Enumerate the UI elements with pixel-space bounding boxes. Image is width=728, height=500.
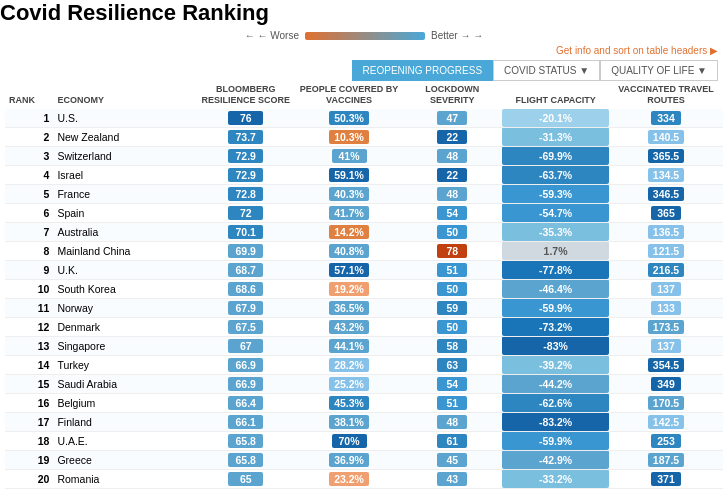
table-row: 19 Greece 65.8 36.9% 45 -42.9% 187.5 <box>5 450 723 469</box>
table-row: 17 Finland 66.1 38.1% 48 -83.2% 142.5 <box>5 412 723 431</box>
cell-vacc: 40.3% <box>296 184 403 203</box>
cell-rank: 11 <box>5 298 53 317</box>
cell-economy: U.S. <box>53 109 195 128</box>
cell-vacc: 23.2% <box>296 469 403 488</box>
cell-vac-routes: 134.5 <box>609 165 723 184</box>
cell-rank: 18 <box>5 431 53 450</box>
cell-lock: 47 <box>402 109 502 128</box>
cell-score: 70.1 <box>196 222 296 241</box>
cell-vacc: 43.2% <box>296 317 403 336</box>
cell-score: 69.9 <box>196 241 296 260</box>
tab-reopening-progress[interactable]: REOPENING PROGRESS <box>352 60 493 81</box>
cell-rank: 8 <box>5 241 53 260</box>
cell-vacc: 36.9% <box>296 450 403 469</box>
cell-vacc: 40.8% <box>296 241 403 260</box>
cell-score: 68.7 <box>196 260 296 279</box>
cell-lock: 63 <box>402 355 502 374</box>
cell-lock: 43 <box>402 469 502 488</box>
cell-rank: 4 <box>5 165 53 184</box>
cell-economy: Turkey <box>53 355 195 374</box>
cell-economy: Romania <box>53 469 195 488</box>
cell-vac-routes: 253 <box>609 431 723 450</box>
cell-score: 72.9 <box>196 165 296 184</box>
cell-rank: 13 <box>5 336 53 355</box>
cell-lock: 45 <box>402 450 502 469</box>
cell-economy: Denmark <box>53 317 195 336</box>
cell-vacc: 10.3% <box>296 127 403 146</box>
cell-score: 72 <box>196 203 296 222</box>
cell-vac-routes: 365.5 <box>609 146 723 165</box>
cell-vacc: 59.1% <box>296 165 403 184</box>
cell-score: 67 <box>196 336 296 355</box>
col-header-score[interactable]: BLOOMBERG RESILIENCE SCORE <box>196 81 296 109</box>
cell-rank: 15 <box>5 374 53 393</box>
cell-lock: 51 <box>402 393 502 412</box>
cell-lock: 58 <box>402 336 502 355</box>
top-note: Get info and sort on table headers ▶ <box>0 45 728 60</box>
legend-better: Better → <box>431 30 483 41</box>
cell-flight: -63.7% <box>502 165 609 184</box>
cell-rank: 7 <box>5 222 53 241</box>
table-row: 2 New Zealand 73.7 10.3% 22 -31.3% 140.5 <box>5 127 723 146</box>
col-header-vac-routes[interactable]: VACCINATED TRAVEL ROUTES <box>609 81 723 109</box>
cell-vacc: 70% <box>296 431 403 450</box>
cell-score: 72.8 <box>196 184 296 203</box>
cell-flight: -59.3% <box>502 184 609 203</box>
cell-rank: 16 <box>5 393 53 412</box>
cell-lock: 54 <box>402 203 502 222</box>
cell-vac-routes: 346.5 <box>609 184 723 203</box>
col-header-vacc[interactable]: PEOPLE COVERED BY VACCINES <box>296 81 403 109</box>
cell-lock: 22 <box>402 165 502 184</box>
col-header-economy[interactable]: ECONOMY <box>53 81 195 109</box>
cell-vacc: 14.2% <box>296 222 403 241</box>
cell-rank: 14 <box>5 355 53 374</box>
cell-vacc: 38.1% <box>296 412 403 431</box>
cell-score: 66.1 <box>196 412 296 431</box>
cell-rank: 1 <box>5 109 53 128</box>
tab-covid-status[interactable]: COVID STATUS ▼ <box>493 60 600 81</box>
cell-rank: 10 <box>5 279 53 298</box>
cell-lock: 59 <box>402 298 502 317</box>
cell-score: 67.9 <box>196 298 296 317</box>
resilience-table: RANK ECONOMY BLOOMBERG RESILIENCE SCORE … <box>5 81 723 489</box>
cell-lock: 50 <box>402 317 502 336</box>
table-row: 20 Romania 65 23.2% 43 -33.2% 371 <box>5 469 723 488</box>
tab-quality-of-life[interactable]: QUALITY OF LIFE ▼ <box>600 60 718 81</box>
cell-rank: 12 <box>5 317 53 336</box>
table-row: 18 U.A.E. 65.8 70% 61 -59.9% 253 <box>5 431 723 450</box>
cell-score: 72.9 <box>196 146 296 165</box>
cell-flight: -54.7% <box>502 203 609 222</box>
cell-economy: Mainland China <box>53 241 195 260</box>
cell-vac-routes: 137 <box>609 336 723 355</box>
cell-economy: Switzerland <box>53 146 195 165</box>
table-row: 7 Australia 70.1 14.2% 50 -35.3% 136.5 <box>5 222 723 241</box>
cell-rank: 2 <box>5 127 53 146</box>
cell-score: 65.8 <box>196 431 296 450</box>
legend-worse: ← Worse <box>245 30 299 41</box>
col-header-rank[interactable]: RANK <box>5 81 53 109</box>
cell-lock: 61 <box>402 431 502 450</box>
table-row: 3 Switzerland 72.9 41% 48 -69.9% 365.5 <box>5 146 723 165</box>
cell-flight: -35.3% <box>502 222 609 241</box>
cell-vac-routes: 354.5 <box>609 355 723 374</box>
table-row: 14 Turkey 66.9 28.2% 63 -39.2% 354.5 <box>5 355 723 374</box>
cell-lock: 22 <box>402 127 502 146</box>
cell-flight: -39.2% <box>502 355 609 374</box>
cell-vac-routes: 142.5 <box>609 412 723 431</box>
table-row: 16 Belgium 66.4 45.3% 51 -62.6% 170.5 <box>5 393 723 412</box>
cell-vac-routes: 216.5 <box>609 260 723 279</box>
cell-vacc: 41.7% <box>296 203 403 222</box>
cell-vacc: 41% <box>296 146 403 165</box>
cell-economy: Singapore <box>53 336 195 355</box>
cell-lock: 78 <box>402 241 502 260</box>
cell-flight: -83.2% <box>502 412 609 431</box>
table-row: 15 Saudi Arabia 66.9 25.2% 54 -44.2% 349 <box>5 374 723 393</box>
cell-vacc: 19.2% <box>296 279 403 298</box>
cell-score: 66.9 <box>196 355 296 374</box>
col-header-flight[interactable]: FLIGHT CAPACITY <box>502 81 609 109</box>
table-row: 13 Singapore 67 44.1% 58 -83% 137 <box>5 336 723 355</box>
table-container: RANK ECONOMY BLOOMBERG RESILIENCE SCORE … <box>0 81 728 489</box>
cell-economy: South Korea <box>53 279 195 298</box>
col-header-lock[interactable]: LOCKDOWN SEVERITY <box>402 81 502 109</box>
cell-economy: Saudi Arabia <box>53 374 195 393</box>
